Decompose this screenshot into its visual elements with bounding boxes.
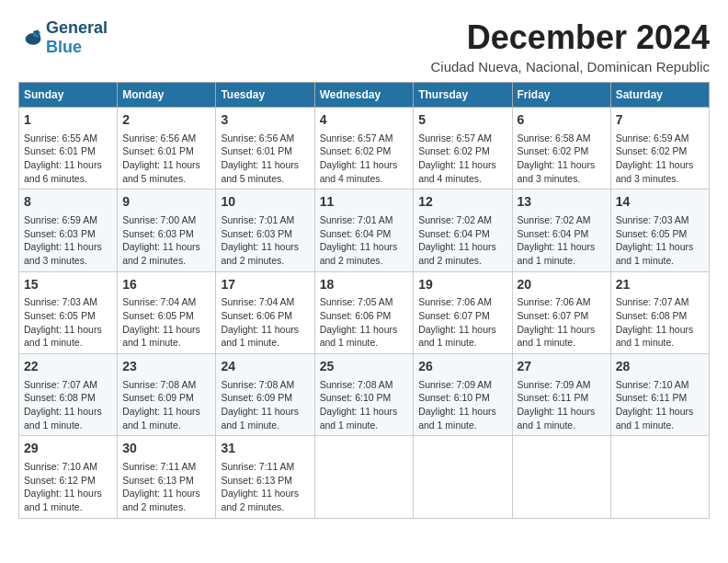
calendar-cell: 11Sunrise: 7:01 AMSunset: 6:04 PMDayligh… <box>314 190 414 271</box>
day-content: Sunrise: 7:03 AMSunset: 6:05 PMDaylight:… <box>616 213 704 268</box>
day-number: 7 <box>616 111 704 130</box>
day-number: 23 <box>122 358 210 376</box>
calendar-cell: 9Sunrise: 7:00 AMSunset: 6:03 PMDaylight… <box>118 190 216 271</box>
month-title: December 2024 <box>431 18 711 57</box>
calendar-week-3: 22Sunrise: 7:07 AMSunset: 6:08 PMDayligh… <box>19 354 710 436</box>
day-number: 20 <box>518 276 606 294</box>
calendar-cell: 10Sunrise: 7:01 AMSunset: 6:03 PMDayligh… <box>216 190 314 271</box>
logo-icon <box>20 25 46 51</box>
day-number: 26 <box>418 358 506 376</box>
day-number: 12 <box>418 193 506 212</box>
calendar-cell: 6Sunrise: 6:58 AMSunset: 6:02 PMDaylight… <box>512 108 610 190</box>
day-content: Sunrise: 7:09 AMSunset: 6:10 PMDaylight:… <box>418 378 506 432</box>
day-number: 29 <box>24 440 112 458</box>
subtitle: Ciudad Nueva, Nacional, Dominican Republ… <box>431 59 711 75</box>
day-content: Sunrise: 7:06 AMSunset: 6:07 PMDaylight:… <box>518 295 606 350</box>
calendar-week-4: 29Sunrise: 7:10 AMSunset: 6:12 PMDayligh… <box>19 436 710 518</box>
calendar-cell: 4Sunrise: 6:57 AMSunset: 6:02 PMDaylight… <box>314 108 414 190</box>
calendar-cell <box>512 436 610 518</box>
day-content: Sunrise: 7:01 AMSunset: 6:03 PMDaylight:… <box>221 213 309 268</box>
day-content: Sunrise: 7:10 AMSunset: 6:11 PMDaylight:… <box>616 378 704 432</box>
day-number: 28 <box>616 358 704 376</box>
day-number: 14 <box>616 193 704 212</box>
day-number: 5 <box>418 111 506 130</box>
col-thursday: Thursday <box>414 83 512 108</box>
col-friday: Friday <box>512 83 610 108</box>
day-content: Sunrise: 6:56 AMSunset: 6:01 PMDaylight:… <box>122 132 210 186</box>
day-content: Sunrise: 7:08 AMSunset: 6:10 PMDaylight:… <box>320 378 409 432</box>
day-number: 21 <box>616 276 704 294</box>
calendar-cell: 3Sunrise: 6:56 AMSunset: 6:01 PMDaylight… <box>216 108 314 190</box>
calendar-cell: 13Sunrise: 7:02 AMSunset: 6:04 PMDayligh… <box>512 190 610 271</box>
day-number: 30 <box>122 440 210 458</box>
calendar-cell <box>414 436 512 518</box>
calendar-week-2: 15Sunrise: 7:03 AMSunset: 6:05 PMDayligh… <box>19 271 710 353</box>
day-content: Sunrise: 6:57 AMSunset: 6:02 PMDaylight:… <box>418 132 506 186</box>
day-content: Sunrise: 7:09 AMSunset: 6:11 PMDaylight:… <box>518 378 606 432</box>
day-content: Sunrise: 7:11 AMSunset: 6:13 PMDaylight:… <box>122 460 210 514</box>
calendar-cell: 2Sunrise: 6:56 AMSunset: 6:01 PMDaylight… <box>118 108 216 190</box>
calendar-cell: 8Sunrise: 6:59 AMSunset: 6:03 PMDaylight… <box>19 190 118 271</box>
day-number: 10 <box>221 193 309 212</box>
calendar-cell: 30Sunrise: 7:11 AMSunset: 6:13 PMDayligh… <box>118 436 216 518</box>
day-content: Sunrise: 7:07 AMSunset: 6:08 PMDaylight:… <box>24 378 112 432</box>
col-saturday: Saturday <box>610 83 709 108</box>
day-content: Sunrise: 7:04 AMSunset: 6:05 PMDaylight:… <box>122 295 210 350</box>
calendar-cell: 12Sunrise: 7:02 AMSunset: 6:04 PMDayligh… <box>414 190 512 271</box>
day-number: 15 <box>24 276 112 294</box>
day-content: Sunrise: 7:00 AMSunset: 6:03 PMDaylight:… <box>122 213 210 268</box>
col-wednesday: Wednesday <box>314 83 414 108</box>
col-tuesday: Tuesday <box>216 83 314 108</box>
day-content: Sunrise: 7:02 AMSunset: 6:04 PMDaylight:… <box>418 213 506 268</box>
col-sunday: Sunday <box>19 83 118 108</box>
day-content: Sunrise: 7:03 AMSunset: 6:05 PMDaylight:… <box>24 295 112 350</box>
calendar-table: Sunday Monday Tuesday Wednesday Thursday… <box>18 82 710 519</box>
calendar-cell: 22Sunrise: 7:07 AMSunset: 6:08 PMDayligh… <box>19 354 118 436</box>
day-number: 6 <box>518 111 606 130</box>
day-number: 27 <box>518 358 606 376</box>
day-number: 24 <box>221 358 309 376</box>
header-row: Sunday Monday Tuesday Wednesday Thursday… <box>19 83 710 108</box>
logo-general-text: General <box>46 18 108 37</box>
header: General Blue December 2024 Ciudad Nueva,… <box>18 18 710 75</box>
day-content: Sunrise: 7:10 AMSunset: 6:12 PMDaylight:… <box>24 460 112 514</box>
day-content: Sunrise: 7:05 AMSunset: 6:06 PMDaylight:… <box>320 295 409 350</box>
day-content: Sunrise: 6:57 AMSunset: 6:02 PMDaylight:… <box>320 132 409 186</box>
day-number: 8 <box>24 193 112 212</box>
calendar-cell: 1Sunrise: 6:55 AMSunset: 6:01 PMDaylight… <box>19 108 118 190</box>
calendar-week-1: 8Sunrise: 6:59 AMSunset: 6:03 PMDaylight… <box>19 190 710 271</box>
day-content: Sunrise: 7:08 AMSunset: 6:09 PMDaylight:… <box>221 378 309 432</box>
day-content: Sunrise: 7:06 AMSunset: 6:07 PMDaylight:… <box>418 295 506 350</box>
day-content: Sunrise: 7:01 AMSunset: 6:04 PMDaylight:… <box>320 213 409 268</box>
day-content: Sunrise: 7:07 AMSunset: 6:08 PMDaylight:… <box>616 295 704 350</box>
day-content: Sunrise: 6:55 AMSunset: 6:01 PMDaylight:… <box>24 132 112 186</box>
calendar-cell: 17Sunrise: 7:04 AMSunset: 6:06 PMDayligh… <box>216 271 314 353</box>
calendar-header: Sunday Monday Tuesday Wednesday Thursday… <box>19 83 710 108</box>
day-number: 22 <box>24 358 112 376</box>
day-number: 31 <box>221 440 309 458</box>
calendar-cell: 24Sunrise: 7:08 AMSunset: 6:09 PMDayligh… <box>216 354 314 436</box>
day-number: 9 <box>122 193 210 212</box>
calendar-cell: 20Sunrise: 7:06 AMSunset: 6:07 PMDayligh… <box>512 271 610 353</box>
day-number: 11 <box>320 193 409 212</box>
col-monday: Monday <box>118 83 216 108</box>
calendar-cell: 27Sunrise: 7:09 AMSunset: 6:11 PMDayligh… <box>512 354 610 436</box>
calendar-cell: 19Sunrise: 7:06 AMSunset: 6:07 PMDayligh… <box>414 271 512 353</box>
calendar-cell: 14Sunrise: 7:03 AMSunset: 6:05 PMDayligh… <box>610 190 709 271</box>
calendar-cell: 7Sunrise: 6:59 AMSunset: 6:02 PMDaylight… <box>610 108 709 190</box>
calendar-cell <box>314 436 414 518</box>
day-number: 17 <box>221 276 309 294</box>
day-number: 19 <box>418 276 506 294</box>
calendar-cell <box>610 436 709 518</box>
calendar-cell: 21Sunrise: 7:07 AMSunset: 6:08 PMDayligh… <box>610 271 709 353</box>
day-number: 2 <box>122 111 210 130</box>
calendar-cell: 15Sunrise: 7:03 AMSunset: 6:05 PMDayligh… <box>19 271 118 353</box>
day-content: Sunrise: 6:59 AMSunset: 6:02 PMDaylight:… <box>616 132 704 186</box>
day-number: 1 <box>24 111 112 130</box>
calendar-cell: 5Sunrise: 6:57 AMSunset: 6:02 PMDaylight… <box>414 108 512 190</box>
calendar-week-0: 1Sunrise: 6:55 AMSunset: 6:01 PMDaylight… <box>19 108 710 190</box>
page-container: General Blue December 2024 Ciudad Nueva,… <box>18 18 710 519</box>
calendar-cell: 25Sunrise: 7:08 AMSunset: 6:10 PMDayligh… <box>314 354 414 436</box>
day-content: Sunrise: 6:58 AMSunset: 6:02 PMDaylight:… <box>518 132 606 186</box>
day-number: 13 <box>518 193 606 212</box>
